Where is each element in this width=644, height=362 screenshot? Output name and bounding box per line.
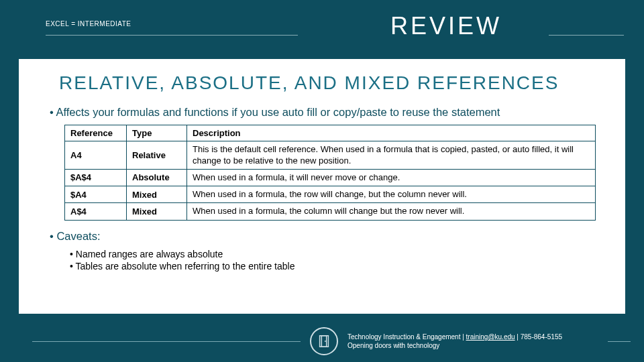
- cell-ref: $A4: [65, 186, 127, 203]
- cell-ref: A$4: [65, 203, 127, 220]
- bullet-intro: Affects your formulas and functions if y…: [50, 105, 609, 119]
- svg-point-2: [325, 341, 326, 342]
- table-row: A$4 Mixed When used in a formula, the co…: [65, 203, 596, 220]
- footer-email-link[interactable]: training@ku.edu: [466, 333, 515, 341]
- th-type: Type: [127, 125, 187, 141]
- footer-tagline: Opening doors with technology: [347, 341, 562, 350]
- references-table: Reference Type Description A4 Relative T…: [64, 125, 596, 220]
- breadcrumb: EXCEL = INTERMEDIATE: [46, 20, 131, 27]
- table-row: $A$4 Absolute When used in a formula, it…: [65, 169, 596, 186]
- th-reference: Reference: [65, 125, 127, 141]
- cell-type: Mixed: [127, 203, 187, 220]
- cell-desc: This is the default cell reference. When…: [187, 141, 596, 170]
- svg-rect-0: [320, 336, 329, 347]
- footer: Technology Instruction & Engagement | tr…: [0, 327, 644, 355]
- cell-desc: When used in a formula, the column will …: [187, 203, 596, 220]
- cell-ref: $A$4: [65, 169, 127, 186]
- review-badge: REVIEW: [390, 12, 502, 40]
- cell-ref: A4: [65, 141, 127, 170]
- content-card: RELATIVE, ABSOLUTE, AND MIXED REFERENCES…: [19, 59, 625, 314]
- footer-rule-right: [608, 341, 631, 342]
- cell-desc: When used in a formula, it will never mo…: [187, 169, 596, 186]
- footer-text: Technology Instruction & Engagement | tr…: [347, 333, 562, 350]
- table-row: A4 Relative This is the default cell ref…: [65, 141, 596, 170]
- sub-bullet-named-ranges: Named ranges are always absolute: [70, 249, 609, 259]
- header-rule-left: [46, 35, 298, 36]
- sub-bullet-tables: Tables are absolute when referring to th…: [70, 261, 609, 272]
- table-header-row: Reference Type Description: [65, 125, 596, 141]
- footer-org: Technology Instruction & Engagement |: [347, 333, 466, 341]
- cell-type: Mixed: [127, 186, 187, 203]
- footer-rule-left: [32, 341, 301, 342]
- cell-type: Relative: [127, 141, 187, 170]
- cell-desc: When used in a formula, the row will cha…: [187, 186, 596, 203]
- header-rule-right: [549, 35, 624, 36]
- cell-type: Absolute: [127, 169, 187, 186]
- table-row: $A4 Mixed When used in a formula, the ro…: [65, 186, 596, 203]
- bullet-caveats: Caveats:: [50, 229, 609, 243]
- slide-title: RELATIVE, ABSOLUTE, AND MIXED REFERENCES: [59, 72, 609, 94]
- door-icon: [310, 327, 338, 355]
- th-description: Description: [187, 125, 596, 141]
- footer-phone: | 785-864-5155: [515, 333, 562, 341]
